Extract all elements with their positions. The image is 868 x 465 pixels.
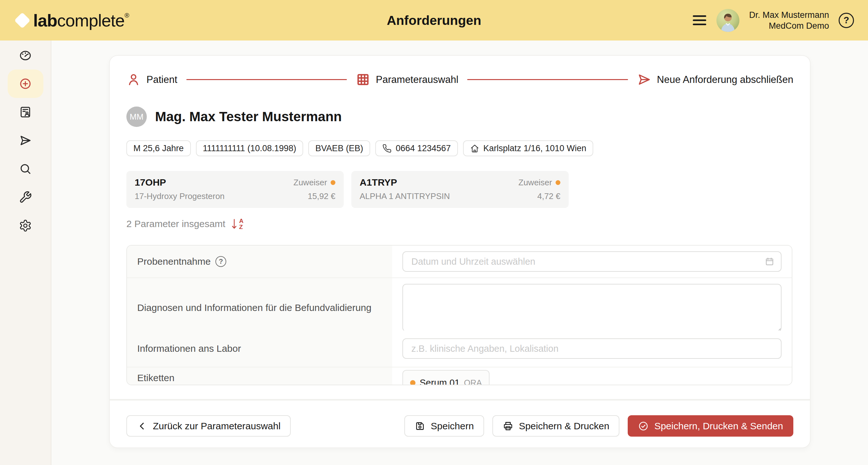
chip-label: Karlsplatz 1/16, 1010 Wien [484, 143, 587, 154]
sidebar-item-request-list[interactable] [8, 98, 43, 126]
topbar-right: Dr. Max Mustermann MedCom Demo ? [692, 9, 854, 32]
parameter-count-text: 2 Parameter insgesamt [126, 219, 225, 229]
selected-parameters: 17OHP Zuweiser 17-Hydroxy Progesteron 15… [126, 171, 793, 208]
chip-ssn-birthdate: 1111111111 (10.08.1998) [196, 140, 304, 156]
step-label: Neue Anforderung abschließen [657, 74, 793, 86]
parameter-price: 15,92 € [308, 191, 335, 201]
send-plane-icon [637, 72, 651, 87]
step-parameter[interactable]: Parameterauswahl [356, 72, 458, 87]
step-patient[interactable]: Patient [126, 72, 178, 87]
chip-sex-age: M 25,6 Jahre [126, 140, 191, 156]
lab-info-field-cell [392, 330, 792, 367]
sampling-help-icon[interactable]: ? [215, 256, 226, 267]
parameter-source: Zuweiser [519, 178, 560, 188]
sort-az-icon[interactable]: A Z [230, 218, 244, 230]
phone-icon [382, 144, 392, 153]
save-print-button-label: Speichern & Drucken [519, 421, 609, 432]
registered-mark: ® [124, 12, 129, 19]
patient-person-icon [126, 72, 141, 87]
user-name: Dr. Max Mustermann [749, 9, 829, 21]
parameter-source: Zuweiser [293, 178, 335, 188]
chip-label: 0664 1234567 [396, 143, 451, 154]
form-row-lab-info: Informationen ans Labor [127, 330, 792, 367]
logo-rest: complete [57, 11, 124, 30]
top-header: labcomplete® Anforderungen Dr. Max Muste… [0, 0, 868, 40]
patient-header: MM Mag. Max Tester Mustermann [126, 106, 793, 127]
sidebar-item-settings[interactable] [8, 211, 43, 240]
user-org: MedCom Demo [749, 21, 829, 31]
parameter-code: A1TRYP [360, 177, 397, 188]
sort-letters: A Z [239, 218, 244, 230]
save-print-send-button-label: Speichern, Drucken & Senden [654, 421, 783, 432]
help-icon[interactable]: ? [839, 13, 854, 28]
parameter-source-label: Zuweiser [519, 178, 552, 188]
label-chip-serum[interactable]: Serum 01 ORA [402, 370, 490, 385]
help-glyph: ? [843, 15, 849, 26]
sidebar-item-tools[interactable] [8, 183, 43, 211]
logo[interactable]: labcomplete® [15, 10, 129, 30]
back-button[interactable]: Zurück zur Parameterauswahl [126, 415, 291, 437]
sidebar-item-search[interactable] [8, 155, 43, 183]
chip-insurance: BVAEB (EB) [308, 140, 370, 156]
lab-info-input[interactable] [402, 338, 781, 359]
step-label: Patient [147, 74, 178, 86]
chip-label: M 25,6 Jahre [133, 143, 184, 154]
back-button-label: Zurück zur Parameterauswahl [153, 421, 280, 432]
sidebar-nav [0, 40, 51, 465]
step-label: Parameterauswahl [376, 74, 458, 86]
save-actions-group: Speichern Speichern & Drucken Speic [404, 415, 793, 437]
request-card: Patient Parameterauswahl Neue Anforderun… [109, 55, 811, 448]
sidebar-item-new-request[interactable] [8, 69, 43, 98]
form-row-diagnoses: Diagnosen und Informationen für die Befu… [127, 277, 792, 330]
request-list-icon [19, 106, 32, 119]
sampling-label: Probenentnahme [137, 256, 211, 267]
chip-label: BVAEB (EB) [315, 143, 363, 154]
sampling-datetime-input[interactable] [402, 251, 781, 272]
patient-initials-avatar: MM [126, 106, 147, 127]
labels-label: Etiketten [137, 372, 175, 384]
patient-name: Mag. Max Tester Mustermann [155, 109, 342, 124]
logo-diamond-icon [14, 12, 31, 28]
hamburger-menu-icon[interactable] [692, 11, 707, 30]
step-connector [467, 79, 628, 80]
parameter-name: 17-Hydroxy Progesteron [135, 191, 225, 201]
sort-arrow-icon [230, 218, 238, 230]
main-area: Patient Parameterauswahl Neue Anforderun… [51, 40, 868, 465]
step-finish[interactable]: Neue Anforderung abschließen [637, 72, 793, 87]
new-request-plus-icon [19, 77, 32, 90]
save-button-label: Speichern [431, 421, 474, 432]
save-print-send-button[interactable]: Speichern, Drucken & Senden [628, 415, 793, 437]
parameter-source-label: Zuweiser [293, 178, 327, 188]
source-status-dot [556, 180, 560, 185]
sampling-label-cell: Probenentnahme ? [127, 245, 392, 277]
parameter-name: ALPHA 1 ANTITRYPSIN [360, 191, 450, 201]
sent-requests-icon [19, 134, 32, 147]
diagnoses-label-cell: Diagnosen und Informationen für die Befu… [127, 278, 392, 337]
form-row-labels: Etiketten Serum 01 ORA [127, 367, 792, 385]
sidebar-item-dashboard[interactable] [8, 41, 43, 69]
save-print-button[interactable]: Speichern & Drucken [492, 415, 619, 437]
help-glyph: ? [219, 257, 223, 266]
sidebar-item-sent-requests[interactable] [8, 126, 43, 155]
home-icon [470, 144, 479, 153]
tube-color-dot [410, 380, 415, 386]
save-button[interactable]: Speichern [404, 415, 484, 437]
patient-chips: M 25,6 Jahre 1111111111 (10.08.1998) BVA… [126, 140, 793, 156]
user-info[interactable]: Dr. Max Mustermann MedCom Demo [749, 9, 829, 31]
parameter-card-a1tryp: A1TRYP Zuweiser ALPHA 1 ANTITRYPSIN 4,72… [351, 171, 569, 208]
chip-address: Karlsplatz 1/16, 1010 Wien [463, 140, 594, 156]
diagnoses-textarea[interactable] [402, 284, 781, 332]
parameter-card-17ohp: 17OHP Zuweiser 17-Hydroxy Progesteron 15… [126, 171, 344, 208]
stepper: Patient Parameterauswahl Neue Anforderun… [126, 72, 793, 87]
parameter-price: 4,72 € [537, 191, 560, 201]
user-avatar[interactable] [716, 9, 739, 32]
settings-gear-icon [19, 219, 32, 232]
search-icon [19, 162, 32, 175]
calendar-icon[interactable] [765, 257, 775, 267]
logo-bold: lab [33, 11, 57, 30]
tools-wrench-icon [19, 191, 32, 204]
diagnoses-label: Diagnosen und Informationen für die Befu… [137, 302, 371, 313]
lab-info-label-cell: Informationen ans Labor [127, 330, 392, 367]
logo-wordmark: labcomplete® [33, 10, 129, 30]
sort-letter-a: A [239, 218, 244, 224]
